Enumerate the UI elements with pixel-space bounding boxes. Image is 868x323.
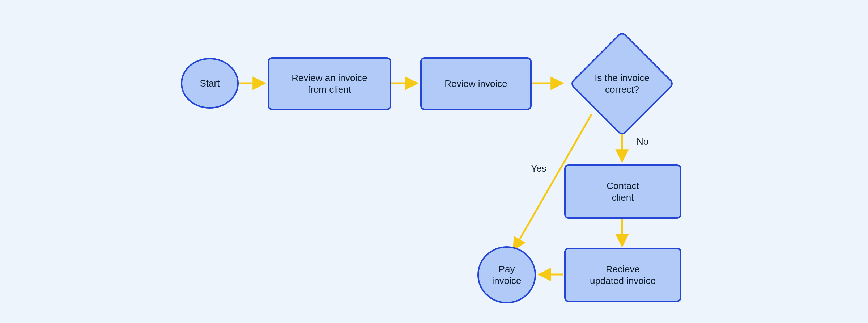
node-receive-updated: Recieve updated invoice [564, 248, 681, 302]
node-contact-client: Contact client [564, 164, 681, 219]
node-review-invoice-label: Review invoice [444, 78, 507, 90]
node-contact-client-label: Contact client [607, 180, 639, 204]
node-decision-label: Is the invoice correct? [595, 72, 650, 96]
edge-label-no: No [637, 136, 648, 147]
node-pay-invoice: Pay invoice [477, 246, 536, 303]
node-review-from-client: Review an invoice from client [268, 57, 391, 110]
node-receive-updated-label: Recieve updated invoice [590, 263, 656, 287]
node-decision: Is the invoice correct? [564, 35, 680, 133]
node-pay-invoice-label: Pay invoice [492, 263, 522, 287]
arrows-layer [0, 0, 868, 323]
node-start: Start [181, 58, 239, 109]
node-review-invoice: Review invoice [420, 57, 532, 110]
edge-label-yes: Yes [531, 163, 546, 174]
node-start-label: Start [200, 77, 220, 89]
node-review-from-client-label: Review an invoice from client [292, 72, 367, 96]
flowchart-canvas: Start Review an invoice from client Revi… [0, 0, 868, 323]
